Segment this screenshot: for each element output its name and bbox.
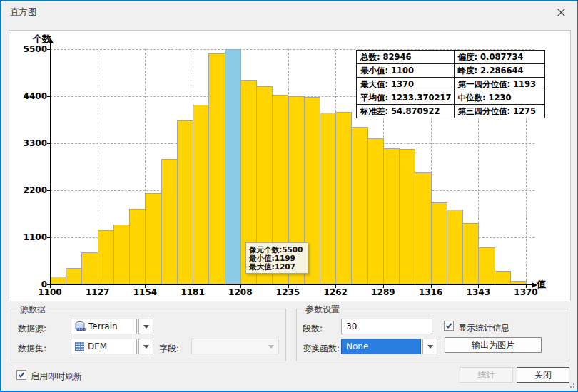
x-tick-label: 1154 <box>128 287 162 297</box>
dataset-combobox[interactable]: DEM <box>71 339 137 354</box>
stats-cell: 峰度: 2.286644 <box>454 64 544 78</box>
y-tick-label: 4400 <box>19 91 47 101</box>
histogram-dialog: 直方图 个数 值 总数: 82946偏度: 0.087734最小值: 1100峰… <box>0 0 578 392</box>
transform-label: 变换函数: <box>303 343 340 355</box>
realtime-refresh-checkbox[interactable] <box>16 370 26 380</box>
stats-cell: 最小值: 1100 <box>357 64 455 78</box>
histogram-bar[interactable] <box>351 127 367 284</box>
close-icon <box>557 8 566 17</box>
checkmark-icon <box>18 371 25 378</box>
stats-cell: 偏度: 0.087734 <box>454 51 544 64</box>
datasource-icon: UDB <box>74 321 86 332</box>
x-tick-label: 1289 <box>366 287 400 297</box>
dataset-label: 数据集: <box>18 343 46 355</box>
transform-dropdown-button[interactable] <box>422 339 437 354</box>
datasource-combobox[interactable]: UDB Terrain <box>71 319 137 334</box>
stats-cell: 最大值: 1370 <box>357 78 455 91</box>
histogram-bar[interactable] <box>145 193 161 284</box>
source-group-title: 源数据 <box>17 304 49 316</box>
datasource-value: Terrain <box>88 321 118 331</box>
tooltip-line: 最大值:1207 <box>249 262 305 271</box>
histogram-bar[interactable] <box>447 210 463 284</box>
histogram-bar[interactable] <box>161 159 178 284</box>
histogram-chart-panel: 个数 值 总数: 82946偏度: 0.087734最小值: 1100峰度: 2… <box>9 30 571 301</box>
y-tick-label: 5500 <box>19 44 47 54</box>
y-tick-mark <box>47 190 50 191</box>
histogram-bar[interactable] <box>66 268 82 284</box>
titlebar: 直方图 <box>1 1 577 22</box>
datasource-dropdown-button[interactable] <box>138 319 153 334</box>
stats-cell: 平均值: 1233.370217 <box>357 91 455 105</box>
bins-input[interactable] <box>341 319 432 334</box>
dialog-title: 直方图 <box>10 6 37 19</box>
stats-row: 总数: 82946偏度: 0.087734 <box>357 51 545 64</box>
chevron-down-icon <box>143 325 149 329</box>
x-tick-label: 1262 <box>318 287 353 297</box>
x-tick-label: 1316 <box>414 287 448 297</box>
y-axis-line <box>50 43 51 285</box>
stats-cell: 标准差: 54.870922 <box>357 105 455 118</box>
histogram-bar[interactable] <box>208 53 225 284</box>
histogram-bar[interactable] <box>81 252 98 284</box>
histogram-bar[interactable] <box>399 149 415 284</box>
histogram-bar[interactable] <box>495 271 511 284</box>
y-tick-mark <box>47 96 50 97</box>
chevron-down-icon <box>268 345 274 349</box>
raster-dataset-icon <box>74 341 85 352</box>
transform-value: None <box>346 341 368 351</box>
x-tick-label: 1127 <box>81 287 115 297</box>
histogram-bar[interactable] <box>129 209 146 284</box>
x-tick-label: 1100 <box>33 287 67 297</box>
histogram-bar[interactable] <box>193 105 209 284</box>
histogram-bar[interactable] <box>320 113 336 284</box>
tooltip-line: 最小值:1199 <box>249 254 305 262</box>
x-tick-label: 1181 <box>176 287 210 297</box>
histogram-bar[interactable] <box>415 172 431 284</box>
x-tick-label: 1370 <box>509 287 543 297</box>
histogram-bar[interactable] <box>113 225 130 284</box>
histogram-bar[interactable] <box>431 202 447 284</box>
histogram-bar[interactable] <box>177 120 193 284</box>
stats-cell: 中位数: 1230 <box>454 91 544 105</box>
close-button[interactable] <box>552 4 570 20</box>
show-stats-checkbox[interactable] <box>444 321 454 331</box>
histogram-bar[interactable] <box>335 112 352 284</box>
close-dialog-button[interactable]: 关闭 <box>517 367 569 383</box>
x-axis-line <box>50 284 532 285</box>
bins-label: 段数: <box>303 323 323 335</box>
stats-cell: 总数: 82946 <box>357 51 455 64</box>
statistics-table: 总数: 82946偏度: 0.087734最小值: 1100峰度: 2.2866… <box>356 50 545 118</box>
x-tick-label: 1208 <box>223 287 258 297</box>
transform-combobox[interactable]: None <box>341 339 421 354</box>
histogram-bar[interactable] <box>50 277 66 284</box>
y-tick-label: 3300 <box>19 138 47 148</box>
y-tick-mark <box>47 143 50 144</box>
datasource-label: 数据源: <box>18 323 46 335</box>
export-image-button[interactable]: 输出为图片 <box>445 337 542 353</box>
stats-row: 最小值: 1100峰度: 2.286644 <box>357 64 545 78</box>
statistics-button[interactable]: 统计 <box>460 367 513 383</box>
histogram-bar[interactable] <box>462 223 479 284</box>
checkmark-icon <box>445 322 452 329</box>
x-tick-label: 1343 <box>461 287 495 297</box>
histogram-bar[interactable] <box>478 247 495 284</box>
histogram-bar[interactable] <box>98 230 114 284</box>
realtime-refresh-label: 启用即时刷新 <box>31 371 82 383</box>
stats-row: 最大值: 1370第一四分位值: 1193 <box>357 78 545 91</box>
stats-row: 平均值: 1233.370217中位数: 1230 <box>357 91 545 105</box>
chevron-down-icon <box>143 345 149 349</box>
chevron-down-icon <box>427 345 433 349</box>
params-group-title: 参数设置 <box>303 304 343 316</box>
histogram-bar[interactable] <box>367 138 384 284</box>
dataset-value: DEM <box>88 341 107 351</box>
histogram-bar[interactable] <box>383 148 400 284</box>
x-tick-label: 1235 <box>271 287 305 297</box>
resize-grip[interactable] <box>568 381 575 388</box>
show-stats-label: 显示统计信息 <box>458 322 509 334</box>
y-tick-label: 2200 <box>19 185 47 195</box>
field-combobox <box>191 339 279 354</box>
bar-tooltip: 像元个数:5500最小值:1199最大值:1207 <box>245 242 308 274</box>
histogram-bar[interactable] <box>225 49 241 284</box>
dataset-dropdown-button[interactable] <box>138 339 153 354</box>
y-tick-label: 1100 <box>19 232 47 242</box>
